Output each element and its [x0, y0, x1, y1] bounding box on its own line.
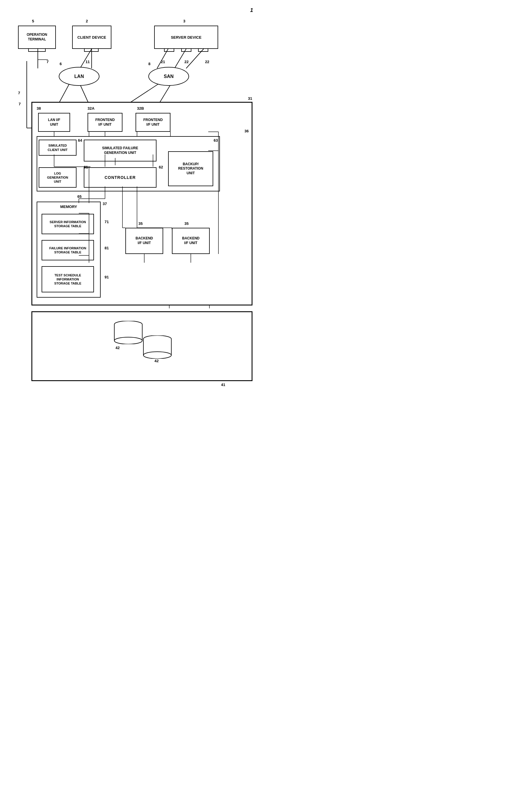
ref-3: 3: [183, 19, 185, 23]
lan-label: LAN: [74, 74, 84, 79]
server-info-table-box: SERVER INFORMATION STORAGE TABLE: [42, 214, 94, 234]
memory-box: MEMORY SERVER INFORMATION STORAGE TABLE …: [37, 202, 101, 298]
ref-32b: 32B: [137, 106, 144, 111]
simulated-client-label: SIMULATED CLIENT UNIT: [48, 144, 68, 152]
log-generation-label: LOG GENERATION UNIT: [47, 171, 68, 184]
ref-21: 21: [161, 60, 165, 64]
backup-restoration-label: BACKUP/ RESTORATION UNIT: [178, 162, 203, 176]
frontend-if-a-box: FRONTEND I/F UNIT: [88, 113, 122, 132]
svg-line-8: [186, 49, 204, 68]
server-device-box: SERVER DEVICE: [154, 25, 218, 49]
ref-35a: 35: [138, 221, 142, 226]
ref-8: 8: [148, 62, 150, 66]
server-info-table-label: SERVER INFORMATION STORAGE TABLE: [50, 220, 86, 228]
backend-if-a-label: BACKEND I/F UNIT: [136, 236, 153, 245]
inner-component-box: SIMULATED CLIENT UNIT 64 LOG GENERATION …: [37, 136, 220, 191]
top-ref-label: 1: [250, 7, 253, 13]
ref-62: 62: [159, 165, 163, 169]
ref-91: 91: [105, 275, 109, 279]
ref-36: 36: [245, 129, 249, 133]
svg-line-6: [157, 49, 168, 68]
ref-64: 64: [78, 138, 82, 143]
backend-if-b-box: BACKEND I/F UNIT: [172, 228, 210, 254]
ref-61: 61: [84, 165, 88, 169]
ref-31: 31: [248, 96, 252, 101]
lan-if-unit-label: LAN I/F UNIT: [48, 118, 60, 127]
ref-41: 41: [221, 382, 225, 387]
diagram-container: 1: [6, 6, 256, 384]
svg-line-4: [80, 49, 92, 68]
svg-point-88: [144, 352, 171, 359]
ref-51: 7: [46, 60, 49, 64]
backup-restoration-box: BACKUP/ RESTORATION UNIT: [168, 151, 213, 186]
backend-if-b-label: BACKEND I/F UNIT: [182, 236, 200, 245]
ref-22a: 22: [185, 60, 189, 64]
main-box: 31 LAN I/F UNIT 38 FRONTEND I/F UNIT 32A…: [32, 102, 252, 305]
client-device-label: CLIENT DEVICE: [77, 35, 106, 40]
frontend-if-b-box: FRONTEND I/F UNIT: [136, 113, 170, 132]
storage-box: · · · 42 42: [32, 311, 252, 381]
operation-terminal-label: OPERATION TERMINAL: [27, 33, 47, 42]
client-device-box: CLIENT DEVICE: [72, 25, 111, 49]
ref-35b: 35: [185, 221, 189, 226]
operation-terminal-box: OPERATION TERMINAL: [18, 25, 56, 49]
simulated-failure-label: SIMULATED FAILURE GENERATION UNIT: [102, 146, 138, 155]
ref-65: 65: [77, 194, 81, 199]
ref-71: 71: [105, 220, 109, 224]
ref-42a: 42: [115, 345, 119, 350]
server-device-label: SERVER DEVICE: [171, 35, 201, 40]
ref-42b: 42: [154, 359, 158, 363]
log-generation-box: LOG GENERATION UNIT: [39, 167, 76, 188]
controller-label: CONTROLLER: [104, 175, 136, 180]
san-label: SAN: [164, 74, 174, 79]
lan-oval: LAN: [59, 67, 99, 86]
test-schedule-table-box: TEST SCHEDULE INFORMATION STORAGE TABLE: [42, 266, 94, 293]
svg-point-83: [114, 337, 142, 344]
san-oval: SAN: [148, 67, 189, 86]
ref-81: 81: [105, 246, 109, 250]
failure-info-table-box: FAILURE INFORMATION STORAGE TABLE: [42, 240, 94, 260]
ref-11: 11: [86, 60, 90, 64]
ref-5: 5: [32, 19, 34, 23]
ref-63: 63: [214, 138, 218, 143]
ref-6: 6: [60, 62, 62, 66]
test-schedule-table-label: TEST SCHEDULE INFORMATION STORAGE TABLE: [54, 273, 81, 286]
lan-if-unit-box: LAN I/F UNIT: [38, 113, 70, 132]
ref-7: 7: [18, 91, 20, 95]
backend-if-a-box: BACKEND I/F UNIT: [125, 228, 163, 254]
ref-2: 2: [86, 19, 88, 23]
controller-box: CONTROLLER: [84, 167, 156, 188]
memory-label-text: MEMORY: [37, 205, 100, 209]
simulated-client-box: SIMULATED CLIENT UNIT: [39, 140, 76, 156]
frontend-if-b-label: FRONTEND I/F UNIT: [144, 118, 163, 127]
frontend-if-a-label: FRONTEND I/F UNIT: [95, 118, 115, 127]
ref-7-main: 7: [19, 102, 21, 106]
ref-22b: 22: [205, 60, 209, 64]
svg-line-7: [174, 49, 186, 68]
ref-32a: 32A: [88, 106, 95, 111]
simulated-failure-box: SIMULATED FAILURE GENERATION UNIT: [84, 140, 156, 162]
ref-38: 38: [37, 106, 41, 111]
ref-37: 37: [103, 202, 107, 206]
failure-info-table-label: FAILURE INFORMATION STORAGE TABLE: [50, 246, 87, 255]
